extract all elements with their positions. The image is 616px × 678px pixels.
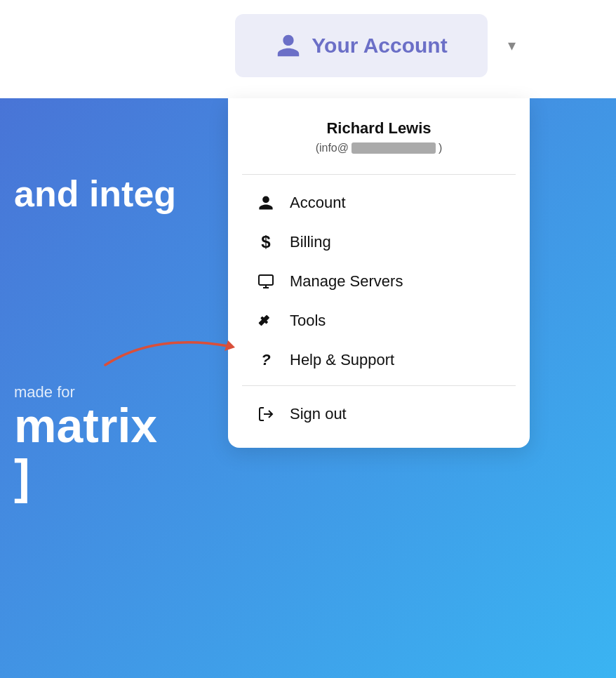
divider-top	[242, 174, 516, 175]
menu-item-help[interactable]: ? Help & Support	[228, 340, 530, 380]
help-menu-label: Help & Support	[290, 351, 394, 369]
menu-item-account[interactable]: Account	[228, 183, 530, 222]
account-dropdown-menu: Richard Lewis (info@ ) Account $ Billing	[228, 98, 530, 448]
email-redacted	[351, 142, 436, 154]
bg-matrix: matrix	[14, 401, 232, 449]
divider-bottom	[242, 385, 516, 386]
billing-menu-label: Billing	[290, 233, 331, 251]
bg-bracket: ]	[14, 449, 232, 504]
signout-icon	[256, 404, 276, 424]
svg-rect-0	[259, 275, 273, 285]
manage-servers-menu-label: Manage Servers	[290, 272, 403, 291]
help-icon: ?	[256, 350, 276, 370]
email-prefix: (info@	[316, 142, 349, 154]
background-text: and integ made for matrix ]	[0, 0, 232, 678]
billing-icon: $	[256, 232, 276, 252]
menu-item-manage-servers[interactable]: Manage Servers	[228, 262, 530, 301]
account-button-label: Your Account	[312, 34, 447, 58]
menu-item-signout[interactable]: Sign out	[228, 394, 530, 434]
bg-text-integ: and integ	[14, 174, 232, 214]
account-button[interactable]: Your Account ▾	[235, 14, 488, 77]
monitor-icon	[256, 272, 276, 291]
dropdown-arrow-icon: ▾	[508, 36, 516, 55]
email-suffix: )	[438, 142, 442, 154]
account-icon	[256, 193, 276, 213]
user-name: Richard Lewis	[242, 119, 516, 138]
tools-menu-label: Tools	[290, 312, 326, 330]
user-email: (info@ )	[242, 142, 516, 154]
menu-item-billing[interactable]: $ Billing	[228, 222, 530, 262]
account-person-icon	[275, 32, 302, 59]
user-info-section: Richard Lewis (info@ )	[228, 119, 530, 168]
menu-item-tools[interactable]: Tools	[228, 301, 530, 340]
account-menu-label: Account	[290, 194, 346, 212]
tools-icon	[256, 311, 276, 331]
signout-menu-label: Sign out	[290, 405, 347, 423]
